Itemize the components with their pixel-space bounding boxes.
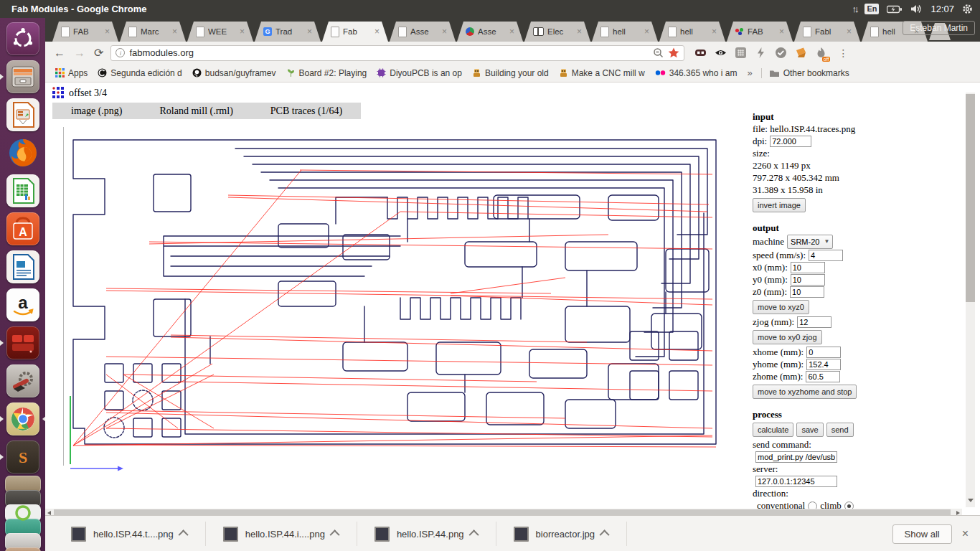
save-button[interactable]: save bbox=[796, 423, 823, 437]
tab-close-icon[interactable]: × bbox=[105, 27, 110, 36]
zhome-input[interactable] bbox=[806, 371, 840, 382]
launcher-libreoffice-writer[interactable] bbox=[6, 250, 39, 283]
url-text[interactable]: fabmodules.org bbox=[129, 47, 649, 58]
z0-input[interactable] bbox=[790, 286, 824, 298]
tab-close-icon[interactable]: × bbox=[712, 27, 717, 36]
bookmark-item[interactable]: Segunda edición d bbox=[98, 68, 182, 78]
move-to-xyzhome-button[interactable]: move to xyzhome and stop bbox=[753, 385, 857, 399]
horizontal-scrollbar-thumb[interactable] bbox=[54, 509, 951, 515]
session-gear-icon[interactable] bbox=[962, 4, 973, 14]
tab-close-icon[interactable]: × bbox=[442, 27, 447, 36]
browser-tab[interactable]: Asse× bbox=[457, 22, 523, 42]
download-bar-close-icon[interactable]: × bbox=[962, 527, 969, 540]
launcher-file-manager[interactable] bbox=[6, 60, 39, 93]
stacked-app-icon[interactable] bbox=[5, 547, 41, 551]
other-bookmarks-folder[interactable]: Other bookmarks bbox=[769, 68, 849, 78]
vertical-scrollbar[interactable] bbox=[966, 93, 975, 507]
download-item[interactable]: hello.ISP.44.i....png bbox=[206, 522, 357, 546]
launcher-ubuntu-dash[interactable] bbox=[6, 22, 39, 55]
show-all-downloads-button[interactable]: Show all bbox=[892, 524, 952, 544]
tab-close-icon[interactable]: × bbox=[172, 27, 177, 36]
calculate-button[interactable]: calculate bbox=[753, 423, 793, 437]
download-menu-chevron-icon[interactable] bbox=[329, 529, 339, 540]
launcher-amazon[interactable]: a bbox=[6, 288, 39, 321]
zoom-out-icon[interactable] bbox=[653, 47, 664, 58]
launcher-ubuntu-software[interactable]: A bbox=[6, 212, 39, 245]
bookmark-item[interactable]: budsan/guyframev bbox=[192, 68, 276, 78]
scroll-down-arrow[interactable] bbox=[968, 499, 974, 502]
web-clipper-extension-icon[interactable] bbox=[795, 47, 807, 59]
tab-close-icon[interactable]: × bbox=[577, 27, 582, 36]
horizontal-scrollbar[interactable] bbox=[45, 509, 962, 515]
launcher-libreoffice-calc[interactable] bbox=[6, 174, 39, 207]
apps-shortcut[interactable]: Apps bbox=[55, 68, 88, 78]
browser-tab[interactable]: Elec× bbox=[524, 22, 590, 42]
volume-icon[interactable] bbox=[910, 4, 923, 14]
xhome-input[interactable] bbox=[806, 347, 841, 358]
fab-tab-process[interactable]: PCB traces (1/64) bbox=[252, 105, 361, 117]
tab-close-icon[interactable]: × bbox=[847, 27, 852, 36]
download-menu-chevron-icon[interactable] bbox=[468, 529, 479, 540]
move-to-xy0-zjog-button[interactable]: move to xy0 zjog bbox=[753, 330, 822, 344]
flame-off-extension-icon[interactable]: off bbox=[815, 47, 827, 59]
launcher-libreoffice-impress[interactable] bbox=[6, 98, 39, 131]
toolpath-canvas[interactable] bbox=[63, 127, 748, 489]
launcher-firefox[interactable] bbox=[6, 136, 39, 169]
yhome-input[interactable] bbox=[806, 359, 841, 370]
dpi-input[interactable] bbox=[770, 136, 811, 147]
browser-tab[interactable]: WEE× bbox=[187, 22, 253, 42]
move-to-xyz0-button[interactable]: move to xyz0 bbox=[753, 300, 809, 314]
y0-input[interactable] bbox=[791, 274, 825, 286]
launcher-video-app[interactable] bbox=[6, 326, 39, 359]
bookmark-item[interactable]: Make a CNC mill w bbox=[559, 68, 645, 78]
send-button[interactable]: send bbox=[826, 423, 854, 437]
browser-tab[interactable]: hell× bbox=[659, 22, 725, 42]
stacked-app-icon[interactable] bbox=[5, 504, 41, 522]
bookmarks-overflow-chevron[interactable]: » bbox=[747, 67, 752, 78]
forward-button[interactable]: → bbox=[74, 47, 85, 60]
fab-tab-image[interactable]: image (.png) bbox=[52, 105, 141, 117]
vertical-scrollbar-thumb[interactable] bbox=[966, 94, 975, 302]
bookmark-item[interactable]: Building your old bbox=[472, 68, 549, 78]
eye-extension-icon[interactable] bbox=[715, 47, 727, 59]
download-item[interactable]: hello.ISP.44.png bbox=[357, 522, 496, 546]
download-item[interactable]: biorreactor.jpg bbox=[496, 522, 627, 546]
tab-close-icon[interactable]: × bbox=[374, 27, 380, 36]
browser-tab[interactable]: FAB× bbox=[52, 22, 118, 42]
mask-extension-icon[interactable] bbox=[694, 47, 707, 59]
download-menu-chevron-icon[interactable] bbox=[178, 529, 188, 540]
zjog-input[interactable] bbox=[797, 316, 831, 328]
browser-tab[interactable]: Marc× bbox=[120, 22, 186, 42]
tab-close-icon[interactable]: × bbox=[644, 27, 649, 36]
chrome-menu-icon[interactable]: ⋮ bbox=[838, 47, 848, 59]
sync-arrows-icon[interactable]: ↑↓ bbox=[852, 4, 857, 14]
back-button[interactable]: ← bbox=[54, 47, 65, 60]
invert-image-button[interactable]: invert image bbox=[753, 198, 806, 212]
browser-tab[interactable]: hell× bbox=[592, 22, 658, 42]
lightning-extension-icon[interactable] bbox=[755, 47, 767, 59]
machine-select[interactable]: SRM-20▼ bbox=[787, 235, 833, 249]
clock[interactable]: 12:07 bbox=[930, 4, 954, 14]
launcher-system-tools[interactable] bbox=[6, 364, 39, 397]
server-input[interactable] bbox=[755, 476, 837, 487]
reload-button[interactable]: ⟳ bbox=[94, 46, 103, 60]
profile-button[interactable]: Esteban Martin bbox=[903, 21, 975, 35]
bookmark-item[interactable]: Board #2: Playing bbox=[286, 68, 367, 78]
fab-tab-machine[interactable]: Roland mill (.rml) bbox=[141, 105, 252, 117]
browser-tab[interactable]: GTrad× bbox=[255, 22, 321, 42]
download-item[interactable]: hello.ISP.44.t....png bbox=[54, 522, 206, 546]
x0-input[interactable] bbox=[791, 262, 825, 273]
page-info-icon[interactable]: i bbox=[116, 48, 125, 57]
inbox-check-extension-icon[interactable] bbox=[775, 47, 787, 59]
browser-tab-active[interactable]: Fab× bbox=[322, 22, 388, 42]
send-command-input[interactable] bbox=[755, 451, 837, 463]
launcher-sublime-text[interactable]: S bbox=[6, 441, 39, 474]
tab-close-icon[interactable]: × bbox=[240, 27, 245, 36]
tab-close-icon[interactable]: × bbox=[779, 27, 784, 36]
launcher-google-chrome[interactable] bbox=[6, 402, 39, 435]
browser-tab[interactable]: Asse× bbox=[390, 22, 456, 42]
keyboard-layout-indicator[interactable]: En bbox=[864, 4, 879, 14]
speed-input[interactable] bbox=[809, 250, 843, 261]
tab-close-icon[interactable]: × bbox=[509, 27, 514, 36]
browser-tab[interactable]: Fabl× bbox=[794, 22, 860, 42]
